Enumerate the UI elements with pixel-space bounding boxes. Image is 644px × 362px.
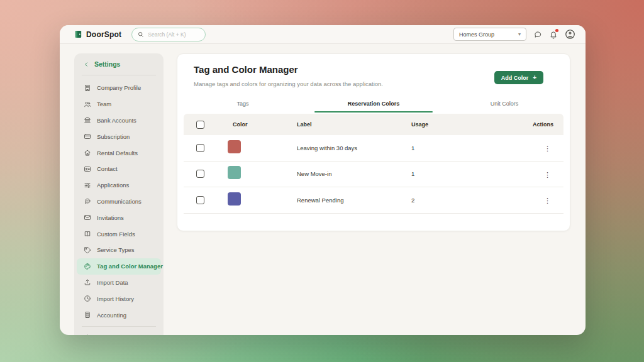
desktop-background: DoorSpot Search (Alt + K) Homes Group ▾ xyxy=(0,0,644,362)
sidebar-item[interactable]: Applications xyxy=(77,177,161,194)
settings-back-button[interactable]: Settings xyxy=(74,53,164,72)
sidebar-item-label: Service Types xyxy=(97,246,135,253)
kebab-menu-icon[interactable]: ⋮ xyxy=(541,145,553,152)
row-usage: 1 xyxy=(411,170,518,177)
chevron-left-icon xyxy=(84,62,89,67)
sidebar-item[interactable]: Import Data xyxy=(77,275,161,291)
palette-icon xyxy=(84,263,91,270)
search-input[interactable]: Search (Alt + K) xyxy=(131,28,206,41)
topbar-actions: Homes Group ▾ xyxy=(453,28,575,41)
avatar[interactable] xyxy=(565,29,575,40)
sliders-icon xyxy=(84,182,91,189)
add-color-label: Add Color xyxy=(501,75,529,81)
sidebar-divider xyxy=(82,326,156,327)
select-all-checkbox[interactable] xyxy=(196,121,204,129)
notifications-icon[interactable] xyxy=(549,30,558,39)
sidebar-item-label: Contact xyxy=(97,165,118,172)
row-usage: 2 xyxy=(411,197,518,204)
clock-icon xyxy=(84,295,91,302)
tab[interactable]: Reservation Colors xyxy=(308,95,439,112)
tag-icon xyxy=(84,246,91,254)
book-icon xyxy=(84,230,91,238)
sidebar-item[interactable]: Company Profile xyxy=(77,80,161,96)
sidebar-item-label: Import Data xyxy=(97,279,128,286)
row-checkbox[interactable] xyxy=(196,196,204,204)
sidebar-item[interactable]: Communications xyxy=(77,194,161,210)
sidebar-item[interactable]: Subscription xyxy=(77,128,161,145)
sidebar-item-label: Tag and Color Manager xyxy=(97,263,163,270)
sidebar-item[interactable]: Rental Defaults xyxy=(77,145,161,161)
bank-icon xyxy=(84,116,91,124)
plus-icon: + xyxy=(533,74,536,81)
sidebar-item-label: Invitations xyxy=(97,214,124,221)
sidebar-item-label: Import History xyxy=(97,295,134,302)
sidebar-item[interactable]: Bank Accounts xyxy=(77,112,161,129)
sidebar-item-label: Bank Accounts xyxy=(97,117,136,124)
column-header-color: Color xyxy=(228,121,297,128)
search-placeholder: Search (Alt + K) xyxy=(148,31,186,38)
column-header-usage: Usage xyxy=(411,121,518,128)
column-header-label: Label xyxy=(297,121,411,128)
sidebar-item[interactable]: Contact xyxy=(77,161,161,177)
settings-back-label: Settings xyxy=(94,60,120,68)
tab[interactable]: Unit Colors xyxy=(439,95,570,112)
row-checkbox[interactable] xyxy=(196,170,204,178)
sidebar-divider xyxy=(82,75,156,75)
doorspot-logo-icon xyxy=(74,30,82,38)
brand[interactable]: DoorSpot xyxy=(74,30,121,39)
table-row: Renewal Pending 2 ⋮ xyxy=(184,187,564,214)
contact-card-icon xyxy=(84,165,91,173)
table-header: Color Label Usage Actions xyxy=(184,114,564,135)
sidebar-item[interactable]: Accounting xyxy=(77,307,161,323)
sidebar-item-label: Communications xyxy=(97,198,142,205)
sidebar-item[interactable]: Invitations xyxy=(77,209,161,226)
sidebar-item-label: Team xyxy=(97,101,111,107)
content-area: Settings Company Profile Team Bank Accou xyxy=(60,44,586,335)
building-icon xyxy=(84,84,91,92)
group-selector-value: Homes Group xyxy=(459,31,494,38)
sidebar-item-label: Subscription xyxy=(97,133,130,140)
brand-name: DoorSpot xyxy=(86,30,121,39)
mail-icon xyxy=(84,214,91,221)
search-icon xyxy=(138,31,144,38)
sidebar-item-label: Applications xyxy=(97,182,129,189)
tab-label: Tags xyxy=(236,101,248,107)
house-icon xyxy=(84,149,91,156)
credit-card-icon xyxy=(84,133,91,140)
color-swatch xyxy=(228,192,241,206)
sidebar-nav: Company Profile Team Bank Accounts Subsc… xyxy=(74,79,164,323)
row-usage: 1 xyxy=(411,145,518,151)
sidebar-item-label: Accounting xyxy=(97,312,126,319)
upload-icon xyxy=(84,278,91,286)
sidebar-item-label: Custom Fields xyxy=(97,231,135,238)
row-label: New Move-in xyxy=(297,170,411,177)
tabs: Tags Reservation Colors Unit Colors xyxy=(177,95,570,112)
sidebar-item[interactable]: Service Types xyxy=(77,242,161,258)
topbar: DoorSpot Search (Alt + K) Homes Group ▾ xyxy=(60,25,586,44)
sidebar-item[interactable]: Custom Fields xyxy=(77,226,161,242)
sidebar-item-label: Company Profile xyxy=(97,84,141,91)
table-row: New Move-in 1 ⋮ xyxy=(184,162,564,188)
tab-label: Reservation Colors xyxy=(348,101,400,107)
gear-icon xyxy=(84,334,91,335)
tab-label: Unit Colors xyxy=(491,101,519,107)
sidebar-item[interactable]: Tag and Color Manager xyxy=(77,258,161,275)
app-window: DoorSpot Search (Alt + K) Homes Group ▾ xyxy=(60,25,586,335)
add-color-button[interactable]: Add Color + xyxy=(494,71,543,84)
sidebar: Settings Company Profile Team Bank Accou xyxy=(74,53,164,335)
group-selector[interactable]: Homes Group ▾ xyxy=(453,28,526,41)
team-icon xyxy=(84,101,91,108)
messages-icon[interactable] xyxy=(533,30,542,39)
sidebar-partial-item[interactable] xyxy=(77,330,161,335)
calculator-icon xyxy=(84,311,91,319)
row-checkbox[interactable] xyxy=(196,144,204,152)
sidebar-item[interactable]: Team xyxy=(77,96,161,112)
main-panel: Tag and Color Manager Manage tags and co… xyxy=(177,53,570,231)
kebab-menu-icon[interactable]: ⋮ xyxy=(541,171,553,178)
kebab-menu-icon[interactable]: ⋮ xyxy=(541,197,553,204)
color-table: Color Label Usage Actions Leaving within… xyxy=(184,114,564,214)
row-label: Renewal Pending xyxy=(297,197,411,204)
table-body: Leaving within 30 days 1 ⋮ New Move-in 1… xyxy=(184,135,564,214)
tab[interactable]: Tags xyxy=(177,95,308,112)
sidebar-item[interactable]: Import History xyxy=(77,290,161,307)
